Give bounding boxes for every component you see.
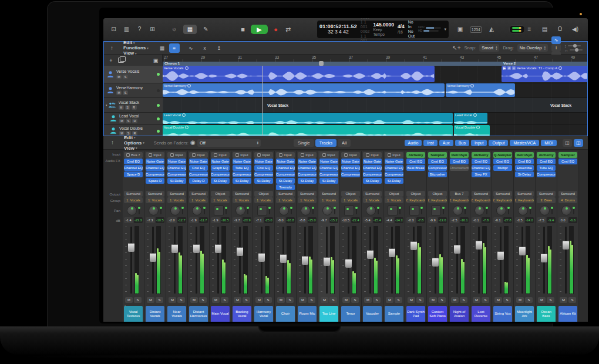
group-slot[interactable]: 1: Vocals [146,197,164,203]
pan-control[interactable] [363,204,382,217]
track-header-lead-vocal[interactable]: Lead VocalMSR [104,113,163,125]
solo-button[interactable]: S [125,105,130,110]
flex-icon[interactable]: x [200,43,210,53]
channel-strip-7[interactable]: InputNoise GateCnsl EQCompressorSt-Delay… [253,151,275,322]
fx-slot[interactable]: Channel EQ [146,165,164,171]
fx-slot[interactable]: Cnsl EQ [254,165,273,171]
region-verseharmony[interactable]: VerseHarmony [446,83,515,97]
pointer-tool[interactable]: ↖ [452,45,457,51]
solo-button[interactable]: S [123,90,128,95]
output-slot[interactable]: Surround [319,191,338,197]
list-view-icon[interactable]: ≡ [169,43,180,53]
pan-knob[interactable] [453,205,463,215]
fx-slot[interactable]: St-Delay [385,178,403,184]
pan-control[interactable] [233,204,251,217]
fx-slot[interactable]: Compressor [189,171,208,177]
fx-slot[interactable]: Compressor [276,171,295,177]
region-verse-vocals[interactable]: Verse Vocals [163,66,435,82]
elevation-slider[interactable] [334,206,335,214]
fx-slot[interactable]: St-Delay [363,178,382,184]
elevation-slider[interactable] [269,206,270,214]
fader-cap[interactable] [324,257,330,266]
fx-slot[interactable]: Noise Gate [167,159,186,164]
filter-output[interactable]: Output [489,140,508,146]
pan-knob[interactable] [192,205,202,215]
view-mode-tracks[interactable]: Tracks [315,139,336,147]
command-tool[interactable]: + [457,45,461,51]
track-panel-toggle[interactable]: ▣ [152,56,159,65]
fader-area[interactable] [341,224,360,296]
mute-button[interactable]: M [277,297,285,303]
add-tracks-icon[interactable]: ⊞ [148,25,157,33]
fx-slot[interactable]: Noise Gate [319,159,338,164]
input-slot[interactable]: Input [319,152,338,158]
fx-slot[interactable]: Compressor [254,171,273,177]
elevation-slider[interactable] [139,206,140,214]
channel-strip-18[interactable]: Q-SamplerCnsl EQMultiprSurround2: Keyboa… [492,151,514,322]
fx-slot[interactable]: Channel EQ [298,165,317,171]
lcd-chevron-icon[interactable]: ▾ [445,27,447,32]
solo-button[interactable]: S [460,297,467,303]
disclosure-chevron-icon[interactable]: ▾ [106,103,107,107]
channel-strip-11[interactable]: InputNoise GateChannel EQCompressorObjec… [340,151,362,322]
fader-area[interactable] [493,224,512,296]
record-button[interactable]: ● [271,25,280,33]
input-slot[interactable]: Input [211,152,230,158]
solo-button[interactable]: S [373,297,381,303]
lane-verse-vocals[interactable]: Verse Vocals▶A∧Verse Vocals: T1 - Comp A [163,66,587,83]
mute-button[interactable]: M [408,297,415,303]
quick-help-icon[interactable]: ▥ [122,25,131,33]
solo-button[interactable]: S [525,297,533,303]
pan-control[interactable] [493,204,512,217]
output-slot[interactable]: Surround [493,191,512,197]
group-slot[interactable]: 1: Vocals [124,197,143,203]
region-lead-vocal[interactable]: Lead Vocal [454,113,487,124]
menu-functions[interactable]: Functions▾ [123,45,149,50]
loop-browser-icon[interactable]: Ω [556,25,564,33]
group-slot[interactable]: 2: Keyboards [428,197,447,203]
playhead[interactable] [263,66,263,136]
auto-zoom-icon[interactable]: I [551,44,561,52]
fx-slot[interactable]: Cnsl EQ [406,159,425,164]
object-pan-pad[interactable] [344,205,354,215]
object-pan-pad[interactable] [431,205,441,215]
fx-slot[interactable]: Noise Gate [189,159,208,164]
lane-lead-vocal[interactable]: Lead VocalLead Vocal [163,113,587,125]
fader-cap[interactable] [563,241,569,250]
fader-area[interactable] [146,224,164,296]
fx-slot[interactable]: Compressor [428,165,447,171]
fx-slot[interactable]: St-Delay [211,178,230,184]
pan-knob[interactable] [540,205,550,215]
channel-name[interactable]: Vocoder [363,306,382,322]
bar-ruler[interactable]: 272931333537394143454749 [163,55,587,62]
group-slot[interactable]: 2: Keyboards [515,197,534,203]
solo-button[interactable]: S [438,297,446,303]
view-mode-single[interactable]: Single [294,139,314,147]
output-slot[interactable]: Surround [124,191,143,197]
channel-strip-21[interactable]: SamplerCnsl EQSurround4: Drums0.0-6.6MSA… [557,151,579,322]
solo-button[interactable]: S [547,297,554,303]
fx-slot[interactable]: St-Delay [298,178,317,184]
channel-name[interactable]: Top Line [319,306,338,322]
fx-slot[interactable]: Noise Gate [385,159,403,164]
fx-slot[interactable]: Bitcrusher [428,171,447,177]
channel-strip-1[interactable]: Bus 7Cnsl EQChannel EQSpace DSurround1: … [123,151,144,322]
fx-slot[interactable]: Compressor [537,171,556,177]
instrument-slot[interactable]: Sampler [428,152,447,158]
mute-button[interactable]: M [451,297,459,303]
marker-chorus-1[interactable]: Chorus 1 [163,62,502,66]
lane-vocal-stack[interactable]: Vocal StackVocal Stack [163,98,587,113]
region-lead-vocal[interactable]: Lead Vocal [163,113,453,124]
fx-slot[interactable]: Channel EQ [276,165,295,171]
channel-strip-15[interactable]: SamplerCnsl EQCompressorBitcrusherObject… [427,151,449,322]
fx-slot[interactable]: Noise Gate [298,159,317,164]
fader-cap[interactable] [258,253,265,262]
solo-button[interactable]: S [126,119,131,123]
elevation-slider[interactable] [247,206,248,214]
duplicate-track-button[interactable] [118,58,124,63]
wide-view-icon[interactable]: ◫ [574,139,583,147]
elevation-slider[interactable] [530,206,531,214]
fader-area[interactable] [276,224,295,296]
track-header-vocal-stack[interactable]: ▾Vocal StackMSR [104,98,163,113]
channel-name[interactable]: String Vox [493,306,512,322]
